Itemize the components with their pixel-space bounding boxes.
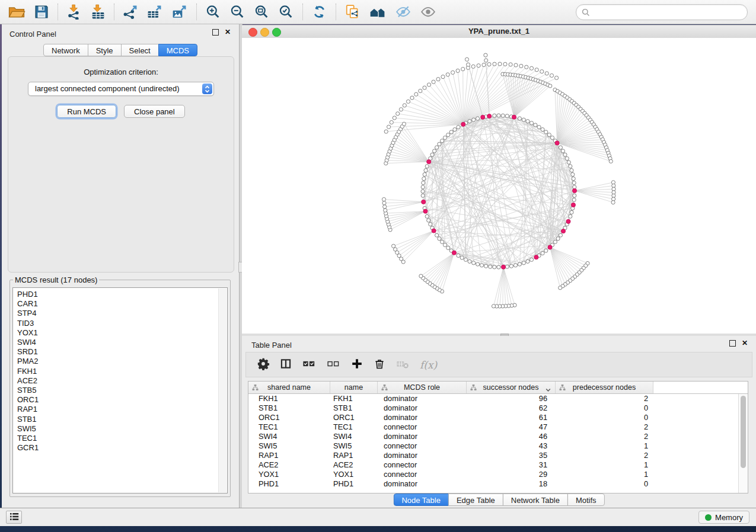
- float-panel-icon[interactable]: [729, 340, 736, 347]
- table-row[interactable]: ORC1ORC1dominator610: [248, 413, 739, 422]
- mcds-result-list[interactable]: PHD1CAR1STP4TID3YOX1SWI4SRD1PMA2FKH1ACE2…: [12, 287, 228, 493]
- export-table-icon: [146, 4, 163, 20]
- export-network-button[interactable]: [120, 2, 141, 22]
- mcds-result-item[interactable]: SWI5: [17, 424, 227, 434]
- status-list-button[interactable]: [6, 511, 22, 524]
- table-cell: 35: [467, 451, 556, 460]
- import-table-button[interactable]: [87, 2, 109, 22]
- table-row[interactable]: RAP1RAP1dominator352: [248, 451, 739, 460]
- add-row-button[interactable]: [350, 357, 363, 372]
- tab-network[interactable]: Network: [43, 44, 88, 56]
- network-titlebar[interactable]: YPA_prune.txt_1: [242, 25, 756, 39]
- mcds-result-item[interactable]: SWI4: [17, 338, 227, 347]
- mcds-result-item[interactable]: PMA2: [17, 357, 227, 366]
- minimize-window-icon[interactable]: [260, 28, 269, 37]
- import-network-button[interactable]: [63, 2, 85, 22]
- columns-button[interactable]: [280, 357, 292, 372]
- mcds-result-item[interactable]: STP4: [17, 309, 227, 318]
- optimization-criterion-select[interactable]: largest connected component (undirected): [28, 82, 214, 96]
- delete-table-button: [395, 357, 410, 372]
- mcds-result-item[interactable]: ORC1: [17, 395, 227, 405]
- search-box[interactable]: [576, 4, 748, 20]
- tab-select[interactable]: Select: [121, 44, 159, 56]
- hide-selected-button[interactable]: [392, 2, 414, 22]
- column-label: predecessor nodes: [573, 383, 636, 392]
- tab-edge-table[interactable]: Edge Table: [448, 493, 503, 506]
- zoom-selected-button[interactable]: [275, 2, 297, 22]
- desktop-wallpaper: Control Panel ✕ NetworkStyleSelectMCDS O…: [0, 0, 756, 532]
- close-panel-icon[interactable]: ✕: [225, 28, 231, 36]
- table-scrollbar[interactable]: [738, 394, 748, 493]
- show-all-button[interactable]: [417, 2, 439, 22]
- mcds-result-item[interactable]: FKH1: [17, 367, 227, 376]
- search-input[interactable]: [593, 5, 742, 19]
- table-row[interactable]: TEC1TEC1connector472: [248, 422, 739, 432]
- zoom-fit-button[interactable]: [251, 2, 273, 22]
- export-image-icon: [171, 4, 188, 20]
- deselect-all-button[interactable]: [326, 357, 340, 372]
- mcds-result-item[interactable]: RAP1: [17, 405, 227, 414]
- tree-column-icon: [381, 384, 388, 393]
- mcds-result-item[interactable]: STB5: [17, 386, 227, 395]
- tab-mcds[interactable]: MCDS: [158, 44, 197, 56]
- tab-motifs[interactable]: Motifs: [567, 493, 605, 506]
- mcds-result-item[interactable]: PHD1: [17, 290, 227, 299]
- export-image-button[interactable]: [168, 2, 191, 22]
- table-cell: SWI4: [330, 432, 378, 441]
- table-row[interactable]: YOX1YOX1connector291: [248, 470, 739, 479]
- table-cell: 2: [556, 394, 653, 403]
- column-header-MCDS-role[interactable]: MCDS role: [378, 382, 467, 393]
- table-row[interactable]: SWI5SWI5connector431: [248, 441, 739, 451]
- scrollbar-thumb[interactable]: [741, 396, 746, 468]
- table-row[interactable]: ACE2ACE2connector311: [248, 460, 739, 470]
- table-cell: ACE2: [330, 460, 378, 470]
- mcds-result-item[interactable]: GCR1: [17, 443, 227, 453]
- table-cell: connector: [378, 422, 467, 432]
- result-scrollbar[interactable]: [218, 289, 227, 492]
- tab-network-table[interactable]: Network Table: [503, 493, 568, 506]
- memory-button[interactable]: Memory: [698, 511, 749, 524]
- column-header-successor-nodes[interactable]: successor nodes: [467, 382, 556, 393]
- select-all-button[interactable]: [302, 357, 316, 372]
- table-row[interactable]: PHD1PHD1dominator180: [248, 479, 739, 489]
- table-row[interactable]: SWI4SWI4dominator462: [248, 432, 739, 441]
- delete-table-icon: [395, 357, 410, 372]
- tab-node-table[interactable]: Node Table: [393, 493, 449, 506]
- mcds-result-item[interactable]: ACE2: [17, 376, 227, 386]
- save-session-button[interactable]: [31, 2, 52, 22]
- first-neighbors-button[interactable]: [366, 2, 390, 22]
- gear-button[interactable]: [257, 357, 270, 372]
- table-cell: PHD1: [330, 479, 378, 489]
- mcds-result-item[interactable]: STB1: [17, 415, 227, 424]
- column-label: shared name: [267, 383, 311, 392]
- table-cell: YOX1: [330, 470, 378, 479]
- refresh-view-button[interactable]: [308, 2, 330, 22]
- mcds-result-item[interactable]: SRD1: [17, 347, 227, 357]
- mcds-result-item[interactable]: TEC1: [17, 434, 227, 443]
- export-table-button[interactable]: [143, 2, 166, 22]
- maximize-window-icon[interactable]: [272, 28, 281, 37]
- network-canvas[interactable]: [242, 38, 756, 334]
- table-row[interactable]: STB1STB1dominator620: [248, 403, 739, 413]
- delete-row-button[interactable]: [374, 357, 385, 372]
- search-icon: [582, 8, 590, 19]
- tab-style[interactable]: Style: [88, 44, 122, 56]
- column-header-shared-name[interactable]: shared name: [248, 382, 330, 393]
- run-mcds-button[interactable]: Run MCDS: [57, 105, 116, 118]
- optimization-criterion-value: largest connected component (undirected): [35, 84, 180, 93]
- float-panel-icon[interactable]: [212, 29, 219, 36]
- table-row[interactable]: FKH1FKH1dominator962: [248, 394, 739, 403]
- close-panel-icon[interactable]: ✕: [742, 339, 748, 347]
- mcds-result-item[interactable]: YOX1: [17, 328, 227, 338]
- zoom-out-button[interactable]: [227, 2, 248, 22]
- mcds-result-item[interactable]: CAR1: [17, 299, 227, 309]
- open-file-button[interactable]: [5, 2, 28, 22]
- duplicate-page-button[interactable]: [342, 2, 363, 22]
- close-window-icon[interactable]: [248, 28, 257, 37]
- mcds-result-item[interactable]: TID3: [17, 319, 227, 328]
- close-panel-button[interactable]: Close panel: [124, 105, 185, 118]
- zoom-in-button[interactable]: [202, 2, 224, 22]
- column-header-predecessor-nodes[interactable]: predecessor nodes: [556, 382, 653, 393]
- column-header-name[interactable]: name: [330, 382, 378, 393]
- table-cell: SWI5: [248, 441, 330, 451]
